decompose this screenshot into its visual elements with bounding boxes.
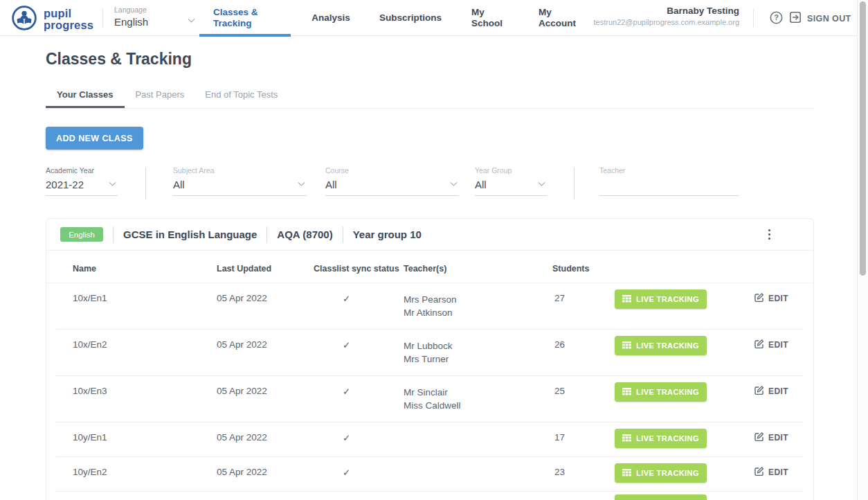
top-nav-bar: pupil progress Language English Classes … [0, 0, 868, 36]
nav-item-1[interactable]: Analysis [299, 0, 363, 36]
tab-0[interactable]: Your Classes [46, 82, 125, 108]
live-tracking-button[interactable]: LIVE TRACKING [615, 289, 707, 309]
live-tracking-label: LIVE TRACKING [636, 434, 699, 443]
filter-label: Academic Year [46, 166, 118, 175]
edit-button[interactable]: EDIT [754, 292, 788, 305]
actions-cell: LIVE TRACKING [615, 457, 721, 483]
table-grid-icon [622, 341, 631, 350]
live-tracking-button[interactable]: LIVE TRACKING [615, 494, 707, 500]
students-count: 25 [552, 376, 615, 396]
edit-button[interactable]: EDIT [754, 431, 788, 444]
edit-cell: EDIT [754, 376, 813, 398]
nav-item-4[interactable]: My Account [539, 0, 583, 36]
last-updated: 05 Apr 2022 [217, 330, 314, 350]
edit-cell: EDIT [754, 330, 813, 351]
year-group: Year group 10 [353, 229, 422, 240]
filter-1[interactable]: Subject AreaAll [173, 166, 307, 196]
tab-1[interactable]: Past Papers [125, 82, 195, 108]
column-header: Teacher(s) [404, 264, 552, 274]
card-options-kebab-icon[interactable] [766, 226, 774, 243]
filter-field[interactable]: All [325, 178, 459, 196]
table-header-row: NameLast UpdatedClasslist sync statusTea… [46, 251, 813, 283]
language-chevron-down-icon[interactable] [188, 16, 195, 23]
chevron-down-icon[interactable] [451, 179, 458, 186]
filter-divider [574, 168, 575, 199]
nav-item-2[interactable]: Subscriptions [365, 0, 455, 36]
live-tracking-button[interactable]: LIVE TRACKING [615, 429, 707, 448]
nav-item-0[interactable]: Classes & Tracking [199, 0, 291, 36]
spacer [46, 422, 73, 432]
filter-3[interactable]: Year GroupAll [475, 166, 547, 196]
live-tracking-button[interactable]: LIVE TRACKING [615, 382, 707, 402]
class-card-header: English GCSE in English Language AQA (87… [46, 219, 813, 251]
sign-out-label: SIGN OUT [807, 14, 851, 24]
table-row: 10y/En205 Apr 2022✓23LIVE TRACKINGEDIT [46, 457, 813, 491]
table-row-partial: LIVE TRACKING [46, 492, 813, 500]
filter-field[interactable]: All [475, 178, 547, 196]
brand-logo[interactable]: pupil progress [11, 5, 93, 34]
scrollbar-thumb[interactable] [860, 1, 866, 276]
chevron-down-icon[interactable] [298, 179, 305, 186]
nav-item-label: Analysis [311, 12, 350, 24]
filter-0[interactable]: Academic Year2021-22 [46, 166, 118, 196]
spacer [46, 457, 73, 467]
edit-label: EDIT [768, 433, 788, 443]
chevron-down-icon[interactable] [539, 179, 545, 186]
filter-value: All [325, 179, 337, 190]
last-updated: 05 Apr 2022 [217, 283, 314, 303]
sign-out-button[interactable]: SIGN OUT [789, 11, 851, 26]
edit-button[interactable]: EDIT [754, 385, 788, 398]
filter-label: Year Group [475, 166, 547, 175]
language-selector[interactable]: Language English [114, 6, 148, 28]
last-updated: 05 Apr 2022 [217, 422, 314, 443]
sync-status: ✓ [314, 330, 404, 350]
class-name: 10x/En1 [73, 283, 217, 303]
table-grid-icon [622, 434, 631, 443]
chevron-down-icon[interactable] [109, 179, 116, 186]
edit-label: EDIT [768, 294, 788, 303]
filter-value: All [173, 179, 185, 190]
actions-cell: LIVE TRACKING [615, 283, 721, 309]
filter-field[interactable]: All [173, 178, 307, 196]
add-new-class-button[interactable]: ADD NEW CLASS [46, 127, 143, 150]
nav-item-label: My Account [539, 7, 583, 29]
user-email: testrun22@pupilprogress.com.example.org [594, 18, 740, 26]
class-group-card: English GCSE in English Language AQA (87… [46, 218, 814, 500]
live-tracking-button[interactable]: LIVE TRACKING [615, 463, 707, 483]
edit-button[interactable]: EDIT [754, 339, 788, 351]
nav-item-label: Subscriptions [379, 12, 442, 24]
teacher-name: Mr Sinclair [404, 386, 552, 399]
table-row: 10x/En305 Apr 2022✓Mr SinclairMiss Caldw… [46, 376, 813, 422]
vertical-scrollbar[interactable] [857, 0, 868, 500]
filter-value: All [475, 179, 487, 190]
class-name: 10x/En3 [73, 376, 217, 396]
filter-value: 2021-22 [46, 179, 84, 190]
filter-field[interactable]: 2021-22 [46, 178, 118, 196]
tab-2[interactable]: End of Topic Tests [195, 82, 288, 108]
teachers-cell: Mr SinclairMiss Caldwell [404, 376, 552, 412]
edit-pencil-icon [754, 385, 764, 398]
brand-wordmark: pupil progress [44, 8, 93, 31]
filter-field[interactable] [599, 178, 739, 196]
sync-check-icon: ✓ [343, 386, 350, 397]
sync-status: ✓ [314, 376, 404, 397]
nav-item-3[interactable]: My School [471, 0, 509, 36]
filter-4[interactable]: Teacher [599, 166, 739, 196]
user-name: Barnaby Testing [594, 6, 740, 16]
teachers-cell [404, 457, 552, 467]
live-tracking-label: LIVE TRACKING [636, 388, 699, 396]
edit-pencil-icon [754, 466, 764, 479]
filter-label: Subject Area [173, 166, 307, 175]
help-icon[interactable]: ? [770, 11, 783, 27]
students-count: 26 [552, 330, 615, 350]
subject-badge: English [60, 227, 103, 242]
edit-pencil-icon [754, 339, 764, 351]
edit-button[interactable]: EDIT [754, 466, 788, 479]
filter-2[interactable]: CourseAll [325, 166, 459, 196]
sync-check-icon: ✓ [343, 340, 350, 350]
card-header-separator [113, 226, 114, 243]
exam-board: AQA (8700) [277, 229, 332, 240]
students-count: 27 [552, 283, 615, 303]
live-tracking-button[interactable]: LIVE TRACKING [615, 336, 707, 355]
sign-out-icon [789, 11, 802, 26]
